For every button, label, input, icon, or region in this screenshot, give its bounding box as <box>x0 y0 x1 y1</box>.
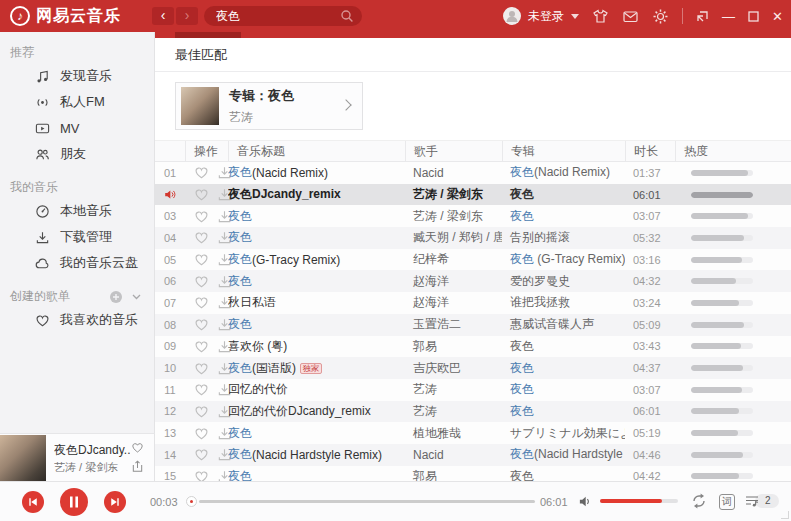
song-artist[interactable]: 郭易 <box>405 468 502 481</box>
create-playlist-icon[interactable] <box>109 290 123 304</box>
best-match-album-card[interactable]: 专辑：夜色 艺涛 <box>175 82 363 130</box>
chevron-down-icon[interactable] <box>571 14 579 19</box>
favorite-icon[interactable] <box>194 469 209 481</box>
favorite-icon[interactable] <box>194 361 209 376</box>
table-row[interactable]: 03夜色艺涛 / 梁剑东夜色03:07 <box>155 205 791 227</box>
song-artist[interactable]: Nacid <box>405 166 502 180</box>
song-title[interactable]: 喜欢你 (粤) <box>228 338 405 355</box>
share-icon[interactable] <box>131 459 144 477</box>
song-album[interactable]: 夜色 (G-Tracy Remix) <box>502 251 625 268</box>
messages-button[interactable] <box>622 8 639 25</box>
song-album[interactable]: 夜色 <box>502 468 625 481</box>
table-row[interactable]: 04夜色臧天朔 / 郑钧 / 唐...告别的摇滚05:32 <box>155 227 791 249</box>
song-artist[interactable]: 艺涛 / 梁剑东 <box>405 186 502 203</box>
table-row[interactable]: 10夜色(国语版)独家吉庆欧巴夜色04:37 <box>155 357 791 379</box>
sidebar-item-fm[interactable]: 私人FM <box>0 89 154 115</box>
search-icon[interactable] <box>340 9 354 23</box>
song-title[interactable]: 夜色DJcandy_remix <box>228 186 405 203</box>
song-title[interactable]: 夜色 <box>228 468 405 481</box>
song-album[interactable]: 夜色 <box>502 338 625 355</box>
previous-track-button[interactable] <box>22 491 44 513</box>
table-row[interactable]: 11回忆的代价艺涛夜色03:07 <box>155 379 791 401</box>
maximize-button[interactable] <box>748 11 759 22</box>
sidebar-item-friends[interactable]: 朋友 <box>0 141 154 167</box>
now-playing-card[interactable]: 夜色DJcandy... 艺涛 / 梁剑东 <box>0 433 155 481</box>
favorite-icon[interactable] <box>194 187 209 202</box>
song-artist[interactable]: Nacid <box>405 448 502 462</box>
favorite-icon[interactable] <box>194 295 209 310</box>
lyrics-button[interactable]: 词 <box>719 494 735 510</box>
search-input[interactable] <box>204 6 362 26</box>
active-tab-indicator[interactable] <box>175 32 241 38</box>
progress-bar[interactable] <box>199 500 535 503</box>
app-logo[interactable]: ♪ 网易云音乐 <box>0 6 121 27</box>
close-button[interactable]: ✕ <box>772 10 783 23</box>
table-row[interactable]: 07秋日私语赵海洋谁把我拯救03:24 <box>155 292 791 314</box>
sidebar-item-mv[interactable]: MV <box>0 115 154 141</box>
resize-grip[interactable] <box>781 511 789 519</box>
header-heat[interactable]: 热度 <box>675 141 791 161</box>
mini-mode-button[interactable] <box>696 10 709 23</box>
song-artist[interactable]: 郭易 <box>405 338 502 355</box>
now-playing-title[interactable]: 夜色DJcandy... <box>54 442 130 459</box>
song-album[interactable]: サブリミナル効果によ... <box>502 425 625 442</box>
song-title[interactable]: 夜色(国语版)独家 <box>228 360 405 377</box>
table-row[interactable]: 09喜欢你 (粤)郭易夜色03:43 <box>155 336 791 358</box>
loop-mode-button[interactable] <box>690 492 708 514</box>
song-album[interactable]: 谁把我拯救 <box>502 294 625 311</box>
table-row[interactable]: 15夜色郭易夜色04:42 <box>155 466 791 481</box>
song-artist[interactable]: 赵海洋 <box>405 273 502 290</box>
album-card-title[interactable]: 专辑：夜色 <box>229 87 294 105</box>
pause-button[interactable] <box>60 488 88 516</box>
song-title[interactable]: 夜色(Nacid Hardstyle Remix) <box>228 446 405 463</box>
favorite-icon[interactable] <box>194 252 209 267</box>
song-artist[interactable]: 赵海洋 <box>405 294 502 311</box>
sidebar-item-music-note[interactable]: 发现音乐 <box>0 63 154 89</box>
header-artist[interactable]: 歌手 <box>405 141 502 161</box>
progress-thumb[interactable] <box>186 496 197 507</box>
now-playing-artist[interactable]: 艺涛 / 梁剑东 <box>54 460 130 475</box>
song-album[interactable]: 告别的摇滚 <box>502 229 625 246</box>
album-card-artist[interactable]: 艺涛 <box>229 109 294 126</box>
sidebar-item-download[interactable]: 下载管理 <box>0 224 154 250</box>
sidebar-item-heart[interactable]: 我喜欢的音乐 <box>0 307 154 333</box>
song-album[interactable]: 惠威试音碟人声 <box>502 316 625 333</box>
song-album[interactable]: 夜色 <box>502 381 625 398</box>
song-album[interactable]: 夜色(Nacid Remix) <box>502 164 625 181</box>
song-title[interactable]: 夜色 <box>228 208 405 225</box>
table-row[interactable]: 06夜色赵海洋爱的罗曼史04:32 <box>155 270 791 292</box>
header-title[interactable]: 音乐标题 <box>228 141 405 161</box>
login-label[interactable]: 未登录 <box>528 8 564 25</box>
next-track-button[interactable] <box>104 491 126 513</box>
settings-button[interactable] <box>652 8 669 25</box>
favorite-icon[interactable] <box>194 165 209 180</box>
favorite-icon[interactable] <box>194 317 209 332</box>
collapse-playlists-icon[interactable] <box>131 291 142 302</box>
song-title[interactable]: 夜色 (G-Tracy Remix) <box>228 251 405 268</box>
favorite-icon[interactable] <box>194 339 209 354</box>
favorite-icon[interactable] <box>194 274 209 289</box>
song-album[interactable]: 夜色(Nacid Hardstyle R... <box>502 446 625 463</box>
song-artist[interactable]: 纪梓希 <box>405 251 502 268</box>
favorite-icon[interactable] <box>194 447 209 462</box>
song-artist[interactable]: 植地雅哉 <box>405 425 502 442</box>
favorite-icon[interactable] <box>194 404 209 419</box>
table-row[interactable]: 14夜色(Nacid Hardstyle Remix)Nacid夜色(Nacid… <box>155 444 791 466</box>
song-artist[interactable]: 艺涛 <box>405 403 502 420</box>
table-row[interactable]: 08夜色玉置浩二惠威试音碟人声05:09 <box>155 314 791 336</box>
table-row[interactable]: 12回忆的代价DJcandy_remix艺涛夜色06:01 <box>155 401 791 423</box>
song-title[interactable]: 夜色 <box>228 316 405 333</box>
song-album[interactable]: 夜色 <box>502 403 625 420</box>
song-album[interactable]: 夜色 <box>502 208 625 225</box>
song-artist[interactable]: 艺涛 / 梁剑东 <box>405 208 502 225</box>
back-button[interactable]: ‹ <box>152 7 174 25</box>
song-title[interactable]: 回忆的代价 <box>228 381 405 398</box>
song-title[interactable]: 回忆的代价DJcandy_remix <box>228 403 405 420</box>
table-row[interactable]: 夜色DJcandy_remix艺涛 / 梁剑东夜色06:01 <box>155 184 791 206</box>
song-title[interactable]: 夜色 <box>228 273 405 290</box>
song-title[interactable]: 夜色 <box>228 425 405 442</box>
now-playing-artwork[interactable] <box>0 435 46 481</box>
header-duration[interactable]: 时长 <box>625 141 675 161</box>
header-album[interactable]: 专辑 <box>502 141 625 161</box>
favorite-icon[interactable] <box>194 382 209 397</box>
